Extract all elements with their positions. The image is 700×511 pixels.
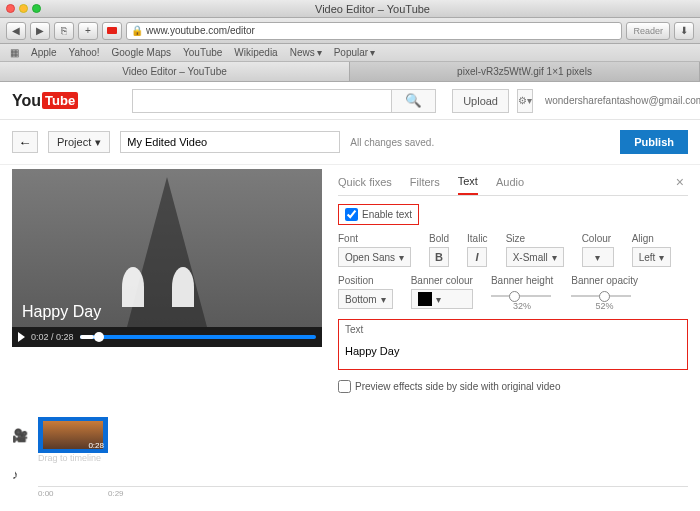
youtube-favicon-icon xyxy=(107,27,117,34)
bookmark-item[interactable]: Wikipedia xyxy=(234,47,277,58)
italic-button[interactable]: I xyxy=(467,247,487,267)
user-email[interactable]: wondersharefantashow@gmail.com xyxy=(545,95,700,106)
chevron-down-icon: ▾ xyxy=(95,136,101,149)
overlay-text: Happy Day xyxy=(22,303,101,321)
enable-text-input[interactable] xyxy=(345,208,358,221)
settings-button[interactable]: ⚙ ▾ xyxy=(517,89,533,113)
bold-label: Bold xyxy=(429,233,449,244)
project-bar: ← Project ▾ All changes saved. Publish xyxy=(0,120,700,165)
project-dropdown[interactable]: Project ▾ xyxy=(48,131,110,153)
bookmark-item[interactable]: Apple xyxy=(31,47,57,58)
banner-opacity-slider[interactable] xyxy=(571,295,631,297)
banner-colour-dropdown[interactable]: ▾ xyxy=(411,289,473,309)
seek-bar[interactable] xyxy=(80,335,316,339)
bookmarks-menu-icon[interactable]: ▦ xyxy=(10,47,19,58)
publish-button[interactable]: Publish xyxy=(620,130,688,154)
font-label: Font xyxy=(338,233,411,244)
italic-label: Italic xyxy=(467,233,488,244)
upload-button[interactable]: Upload xyxy=(452,89,509,113)
forward-button[interactable]: ▶ xyxy=(30,22,50,40)
align-dropdown[interactable]: Left ▾ xyxy=(632,247,672,267)
timeline-clip[interactable]: 0:28 xyxy=(38,417,108,453)
size-label: Size xyxy=(506,233,564,244)
bold-button[interactable]: B xyxy=(429,247,449,267)
close-window-icon[interactable] xyxy=(6,4,15,13)
bookmark-item[interactable]: News ▾ xyxy=(290,47,322,58)
url-text: www.youtube.com/editor xyxy=(146,25,255,36)
tab-quickfixes[interactable]: Quick fixes xyxy=(338,170,392,194)
banner-opacity-label: Banner opacity xyxy=(571,275,638,286)
position-dropdown[interactable]: Bottom ▾ xyxy=(338,289,393,309)
text-label: Text xyxy=(345,324,681,335)
add-bookmark-button[interactable]: + xyxy=(78,22,98,40)
https-lock-icon: 🔒 xyxy=(131,25,143,36)
font-dropdown[interactable]: Open Sans ▾ xyxy=(338,247,411,267)
traffic-lights[interactable] xyxy=(6,4,41,13)
video-controls: 0:02 / 0:28 xyxy=(12,327,322,347)
bookmark-item[interactable]: YouTube xyxy=(183,47,222,58)
search-input[interactable] xyxy=(132,89,392,113)
edit-tabs: Quick fixes Filters Text Audio × xyxy=(338,169,688,196)
browser-toolbar: ◀ ▶ ⎘ + 🔒 www.youtube.com/editor Reader … xyxy=(0,18,700,44)
project-title-input[interactable] xyxy=(120,131,340,153)
enable-text-checkbox[interactable]: Enable text xyxy=(338,204,419,225)
colour-swatch-icon xyxy=(418,292,432,306)
site-favicon-button[interactable] xyxy=(102,22,122,40)
text-panel: Enable text Font Open Sans ▾ Bold B Ital… xyxy=(338,196,688,401)
browser-tabs: Video Editor – YouTube pixel-vR3z5WtW.gi… xyxy=(0,62,700,82)
zoom-window-icon[interactable] xyxy=(32,4,41,13)
position-label: Position xyxy=(338,275,393,286)
downloads-button[interactable]: ⬇ xyxy=(674,22,694,40)
text-input-group: Text xyxy=(338,319,688,370)
bookmark-item[interactable]: Popular ▾ xyxy=(334,47,375,58)
browser-tab[interactable]: pixel-vR3z5WtW.gif 1×1 pixels xyxy=(350,62,700,81)
overlay-text-input[interactable] xyxy=(345,337,681,365)
bookmark-item[interactable]: Google Maps xyxy=(112,47,171,58)
youtube-logo[interactable]: YouTube xyxy=(12,92,78,110)
share-button[interactable]: ⎘ xyxy=(54,22,74,40)
url-bar[interactable]: 🔒 www.youtube.com/editor xyxy=(126,22,622,40)
minimize-window-icon[interactable] xyxy=(19,4,28,13)
banner-height-label: Banner height xyxy=(491,275,553,286)
timeline: 🎥 0:28 Drag to timeline ♪ 0:00 0:29 xyxy=(0,411,700,511)
align-label: Align xyxy=(632,233,672,244)
preview-side-by-side[interactable]: Preview effects side by side with origin… xyxy=(338,380,688,393)
drag-hint: Drag to timeline xyxy=(38,453,688,463)
colour-label: Colour xyxy=(582,233,614,244)
close-panel-icon[interactable]: × xyxy=(672,170,688,194)
search-button[interactable]: 🔍 xyxy=(392,89,436,113)
clip-duration: 0:28 xyxy=(88,441,104,450)
colour-dropdown[interactable]: ▾ xyxy=(582,247,614,267)
browser-tab[interactable]: Video Editor – YouTube xyxy=(0,62,350,81)
size-dropdown[interactable]: X-Small ▾ xyxy=(506,247,564,267)
back-button[interactable]: ◀ xyxy=(6,22,26,40)
search-icon: 🔍 xyxy=(405,93,422,108)
play-icon[interactable] xyxy=(18,332,25,342)
timeline-ruler[interactable]: 0:00 0:29 xyxy=(38,486,688,502)
banner-colour-label: Banner colour xyxy=(411,275,473,286)
back-project-button[interactable]: ← xyxy=(12,131,38,153)
video-preview[interactable]: Happy Day 0:02 / 0:28 xyxy=(12,169,322,347)
window-title: Video Editor – YouTube xyxy=(51,3,694,15)
gear-icon: ⚙ xyxy=(518,95,527,106)
tab-text[interactable]: Text xyxy=(458,169,478,195)
video-track-icon: 🎥 xyxy=(12,428,28,443)
video-time: 0:02 / 0:28 xyxy=(31,332,74,342)
audio-track-icon: ♪ xyxy=(12,467,28,482)
youtube-header: YouTube 🔍 Upload ⚙ ▾ wondersharefantasho… xyxy=(0,82,700,120)
save-status: All changes saved. xyxy=(350,137,434,148)
window-titlebar: Video Editor – YouTube xyxy=(0,0,700,18)
tab-audio[interactable]: Audio xyxy=(496,170,524,194)
banner-height-slider[interactable] xyxy=(491,295,551,297)
bookmarks-bar: ▦ Apple Yahoo! Google Maps YouTube Wikip… xyxy=(0,44,700,62)
reader-button[interactable]: Reader xyxy=(626,22,670,40)
preview-checkbox[interactable] xyxy=(338,380,351,393)
tab-filters[interactable]: Filters xyxy=(410,170,440,194)
bookmark-item[interactable]: Yahoo! xyxy=(69,47,100,58)
